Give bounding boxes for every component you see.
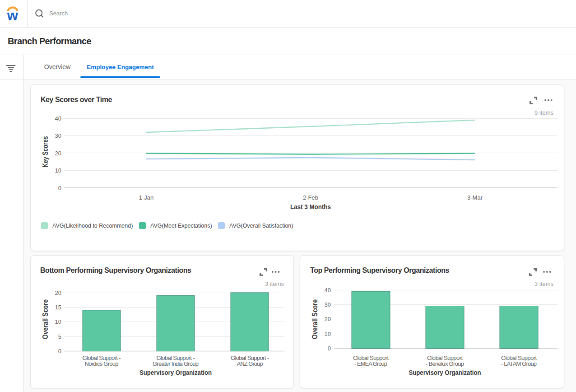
svg-text:40: 40: [55, 115, 61, 122]
svg-text:1-Jan: 1-Jan: [139, 194, 154, 201]
svg-text:- LATAM Group: - LATAM Group: [501, 360, 537, 367]
svg-text:AVG(Meet Expectations): AVG(Meet Expectations): [150, 223, 212, 229]
svg-text:AVG(Likelihood to Recommend): AVG(Likelihood to Recommend): [52, 223, 133, 229]
svg-text:20: 20: [55, 289, 61, 296]
svg-text:2-Feb: 2-Feb: [303, 194, 318, 201]
svg-text:ANZ Group: ANZ Group: [237, 360, 263, 367]
svg-text:10: 10: [55, 167, 61, 174]
svg-text:Greater India Group: Greater India Group: [153, 360, 199, 367]
svg-text:30: 30: [325, 301, 331, 308]
svg-text:AVG(Overall Satisfaction): AVG(Overall Satisfaction): [229, 223, 293, 229]
svg-text:30: 30: [55, 132, 61, 139]
svg-text:0: 0: [58, 185, 61, 191]
svg-text:- EMEA Group: - EMEA Group: [354, 360, 387, 367]
svg-text:- Benelux Group: - Benelux Group: [426, 360, 464, 367]
svg-text:3-Mar: 3-Mar: [467, 194, 483, 201]
svg-text:40: 40: [325, 287, 331, 294]
svg-text:Overall Score: Overall Score: [311, 299, 319, 339]
svg-text:Supervisory Organization: Supervisory Organization: [139, 369, 212, 376]
svg-text:Last 3 Months: Last 3 Months: [290, 203, 331, 210]
svg-text:5: 5: [58, 333, 61, 340]
svg-text:0: 0: [58, 348, 61, 355]
svg-text:15: 15: [55, 304, 61, 311]
svg-text:w: w: [7, 8, 19, 23]
svg-text:20: 20: [325, 316, 331, 322]
svg-text:10: 10: [55, 318, 61, 325]
svg-text:Key Scores: Key Scores: [42, 136, 49, 167]
svg-text:Overall Score: Overall Score: [42, 299, 49, 339]
svg-text:20: 20: [55, 150, 61, 157]
svg-text:10: 10: [325, 331, 331, 337]
svg-text:0: 0: [328, 345, 331, 352]
svg-text:Supervisory Organization: Supervisory Organization: [409, 369, 481, 376]
svg-text:Nordics Group: Nordics Group: [85, 360, 119, 367]
